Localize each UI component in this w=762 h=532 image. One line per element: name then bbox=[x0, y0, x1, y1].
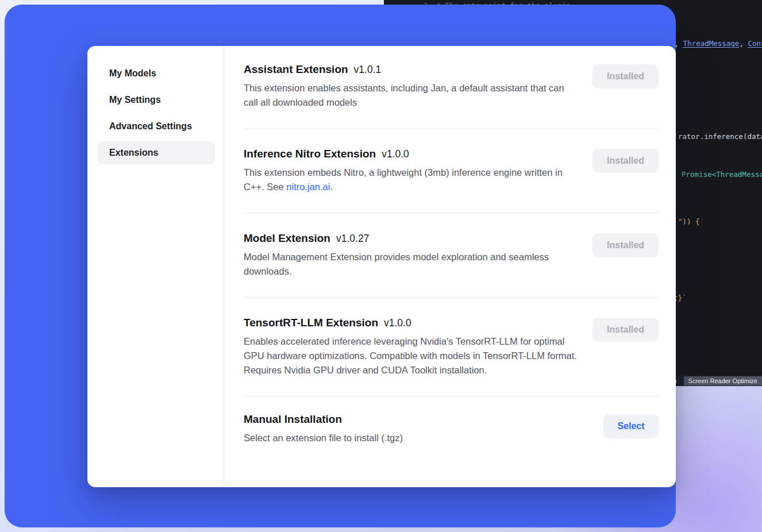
sidebar-item-my-settings[interactable]: My Settings bbox=[98, 88, 215, 111]
settings-modal: My Models My Settings Advanced Settings … bbox=[87, 46, 676, 487]
extension-description: This extension embeds Nitro, a lightweig… bbox=[244, 165, 580, 194]
settings-sidebar: My Models My Settings Advanced Settings … bbox=[87, 46, 224, 487]
installed-button[interactable]: Installed bbox=[592, 149, 659, 173]
extension-version: v1.0.27 bbox=[336, 233, 369, 245]
manual-installation-section: Manual Installation Select an extension … bbox=[244, 396, 659, 445]
extension-title: Model Extension bbox=[244, 232, 330, 245]
extension-version: v1.0.1 bbox=[354, 64, 382, 76]
extension-description: Model Management Extension provides mode… bbox=[244, 250, 580, 279]
manual-installation-title: Manual Installation bbox=[244, 413, 342, 426]
sidebar-item-extensions[interactable]: Extensions bbox=[98, 141, 215, 164]
installed-button[interactable]: Installed bbox=[592, 233, 659, 257]
installed-button[interactable]: Installed bbox=[592, 318, 659, 342]
sidebar-item-my-models[interactable]: My Models bbox=[98, 62, 215, 85]
code-fragment: ")) { bbox=[678, 217, 700, 226]
installed-button[interactable]: Installed bbox=[592, 64, 659, 88]
extension-description: Enables accelerated inference leveraging… bbox=[244, 334, 580, 377]
code-fragment: rator.inference(data)); bbox=[678, 132, 762, 141]
extension-version: v1.0.0 bbox=[384, 317, 411, 329]
extension-section-assistant: Assistant Extension v1.0.1 This extensio… bbox=[244, 63, 659, 129]
select-file-button[interactable]: Select bbox=[603, 414, 659, 438]
extension-section-model: Model Extension v1.0.27 Model Management… bbox=[244, 213, 659, 298]
extension-title: Assistant Extension bbox=[244, 63, 348, 76]
extension-title: Inference Nitro Extension bbox=[244, 148, 376, 160]
screen-reader-status-item[interactable]: Screen Reader Optimize bbox=[684, 376, 762, 385]
extension-section-nitro: Inference Nitro Extension v1.0.0 This ex… bbox=[244, 129, 659, 213]
nitro-jan-ai-link[interactable]: nitro.jan.ai bbox=[286, 182, 330, 192]
manual-installation-description: Select an extension file to install (.tg… bbox=[244, 431, 580, 445]
code-fragment: Promise<ThreadMessage> bbox=[682, 170, 762, 179]
extension-description: This extension enables assistants, inclu… bbox=[244, 81, 580, 110]
extension-section-tensorrt: TensortRT-LLM Extension v1.0.0 Enables a… bbox=[244, 298, 659, 396]
extension-title: TensortRT-LLM Extension bbox=[244, 317, 378, 329]
extensions-panel: Assistant Extension v1.0.1 This extensio… bbox=[224, 46, 676, 487]
sidebar-item-advanced-settings[interactable]: Advanced Settings bbox=[98, 115, 215, 138]
description-suffix: . bbox=[330, 182, 333, 192]
extension-version: v1.0.0 bbox=[382, 148, 409, 160]
